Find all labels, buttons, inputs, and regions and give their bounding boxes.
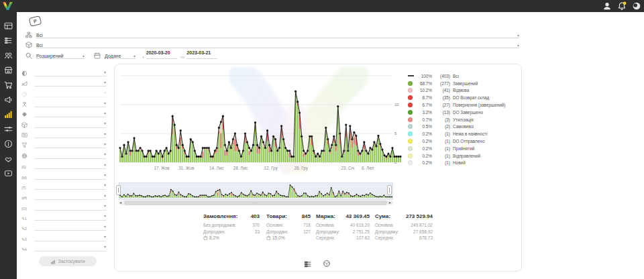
- date-to-input[interactable]: 2023-03-21: [186, 50, 217, 59]
- custom-field-1-icon: ✎1: [21, 216, 29, 221]
- legend-swatch: [408, 154, 413, 158]
- sidebar-item-customers[interactable]: [0, 48, 17, 62]
- legend-pct: 68.7%: [415, 81, 432, 86]
- legend-item[interactable]: 3.2%(13)DO Завершено: [408, 109, 519, 116]
- product-filter-row: Всі ▾: [25, 40, 519, 48]
- legend-swatch: [408, 103, 413, 107]
- ramp-icon: [21, 80, 29, 87]
- filter-select[interactable]: ▾: [34, 89, 106, 97]
- legend-item[interactable]: 68.7%(277)Завершений: [408, 80, 519, 87]
- filter-select[interactable]: ▾: [34, 223, 106, 231]
- filter-select[interactable]: ▾: [34, 99, 106, 107]
- products-view-icon[interactable]: [323, 258, 331, 270]
- filter-select[interactable]: ▾: [34, 109, 106, 117]
- sidebar-item-dashboard[interactable]: [0, 18, 17, 33]
- legend-lbl: DO Отправлено: [453, 139, 484, 144]
- category-filter-select[interactable]: Всі ▾: [36, 30, 519, 38]
- chevron-down-icon: ▾: [104, 173, 106, 177]
- chevron-down-icon: ▾: [104, 225, 106, 229]
- legend-lbl: Новий: [453, 160, 466, 165]
- app-logo-icon[interactable]: [2, 1, 13, 11]
- filter-select[interactable]: ▾: [34, 233, 106, 241]
- chart-scrollbar-thumb[interactable]: ⋯: [124, 201, 387, 205]
- filter-select[interactable]: ▾: [34, 243, 106, 252]
- minimap-left-handle[interactable]: [116, 185, 121, 195]
- legend-item[interactable]: 0.2%(1)Нема в наявності: [408, 130, 519, 137]
- filter-select[interactable]: ▾: [34, 140, 106, 148]
- stat-sub-value: 33: [255, 229, 260, 235]
- sidebar-item-megaphone[interactable]: [0, 92, 17, 107]
- minimap-right-handle[interactable]: [387, 185, 392, 195]
- filter-select[interactable]: ▾: [34, 192, 106, 200]
- sidebar-item-orders[interactable]: [0, 33, 17, 48]
- filter-preset-tag[interactable]: Р: [29, 15, 42, 27]
- legend-item[interactable]: 10.2%(41)Відмова: [408, 87, 519, 95]
- sidebar-item-hand[interactable]: [0, 151, 17, 166]
- stat-sub-label: Основна:: [316, 222, 335, 229]
- legend-item[interactable]: 0.5%(2)Самовивіз: [408, 123, 519, 131]
- orders-timeline-chart[interactable]: 0510: [119, 70, 402, 168]
- legend-pct: 3.2%: [415, 110, 432, 115]
- custom-field-3-icon: ✎3: [21, 237, 29, 241]
- legend-item[interactable]: 100%(403)Всі: [408, 72, 519, 80]
- sidebar-item-video[interactable]: [0, 166, 17, 180]
- sidebar-item-sliders[interactable]: [0, 121, 17, 136]
- sphere-icon: [21, 70, 29, 76]
- legend-item[interactable]: 0.2%(1)Новий: [408, 160, 519, 167]
- braces-m-icon: {М}: [21, 176, 29, 180]
- scroll-right-icon[interactable]: ▸: [389, 200, 391, 205]
- legend-item[interactable]: 0.2%(1)Відправлений: [408, 152, 519, 160]
- filter-select[interactable]: ▾: [34, 172, 106, 180]
- legend-item[interactable]: 8.7%(35)DO Возврат склад: [408, 94, 519, 101]
- filter-select[interactable]: ▾: [34, 130, 106, 138]
- filter-select[interactable]: ▾: [34, 78, 106, 87]
- stat-sub-value: 27 658.92: [413, 229, 433, 235]
- filter-row-braces-t: {Т}▾: [21, 181, 106, 190]
- filter-select[interactable]: ▾: [34, 151, 106, 159]
- filter-select[interactable]: ▾: [34, 120, 106, 128]
- analytics-icon: [4, 110, 13, 119]
- chevron-down-icon: ▾: [83, 54, 85, 58]
- funnel-icon: [21, 142, 29, 148]
- search-mode-select[interactable]: Розширений ▾: [36, 50, 85, 59]
- braces-dot-icon: {⊙}: [21, 206, 29, 211]
- product-filter-value: Всі: [36, 43, 43, 48]
- stat-sub-value: 718: [303, 222, 311, 229]
- legend-item[interactable]: 6.7%(27)Повернення (завершений): [408, 101, 519, 109]
- stat-sub-label: Допродані:: [266, 229, 288, 235]
- legend-item[interactable]: 0.2%(1)DO Отправлено: [408, 137, 519, 145]
- card-circle-icon: [21, 132, 29, 138]
- filter-row-funnel: ▾: [21, 140, 106, 148]
- legend-pct: 8.7%: [415, 95, 432, 100]
- filter-row-braces-arrows: {⇄}▾: [21, 191, 106, 200]
- table-view-icon[interactable]: [304, 259, 312, 271]
- sidebar-item-store[interactable]: [0, 62, 17, 77]
- user-icon[interactable]: [602, 1, 612, 11]
- x-axis-label: 26. Гру: [294, 166, 308, 170]
- apply-button[interactable]: Застосувати: [39, 256, 97, 266]
- chart-minimap[interactable]: [119, 182, 393, 200]
- sidebar-item-analytics[interactable]: [0, 107, 17, 121]
- product-filter-select[interactable]: Всі ▾: [36, 40, 519, 48]
- filter-select[interactable]: ▾: [34, 182, 106, 190]
- legend-item[interactable]: 0.2%(1)Прийнятий: [408, 145, 519, 152]
- magnifier-icon[interactable]: [25, 52, 32, 59]
- theme-icon[interactable]: [632, 1, 641, 11]
- sidebar-item-cart[interactable]: [0, 77, 17, 92]
- filter-select[interactable]: ▾: [34, 161, 106, 169]
- date-field-select[interactable]: Додане ▾: [105, 50, 136, 59]
- filter-select[interactable]: ▾: [34, 203, 106, 211]
- date-from-input[interactable]: 2020-03-20: [146, 50, 177, 59]
- filter-select[interactable]: ▾: [34, 68, 106, 76]
- bell-icon[interactable]: [617, 1, 627, 11]
- filter-select[interactable]: ▾: [34, 213, 106, 221]
- legend-swatch: [408, 160, 413, 165]
- legend-swatch: [408, 131, 413, 136]
- legend-item[interactable]: 0.7%(3)Утилізація: [408, 116, 519, 123]
- legend-pct: 0.5%: [415, 124, 432, 129]
- sidebar-item-info[interactable]: [0, 136, 17, 151]
- megaphone-icon: [4, 95, 13, 104]
- scroll-left-icon[interactable]: ◂: [119, 200, 121, 205]
- legend-lbl: DO Возврат склад: [453, 95, 489, 100]
- orders-icon: [4, 36, 13, 45]
